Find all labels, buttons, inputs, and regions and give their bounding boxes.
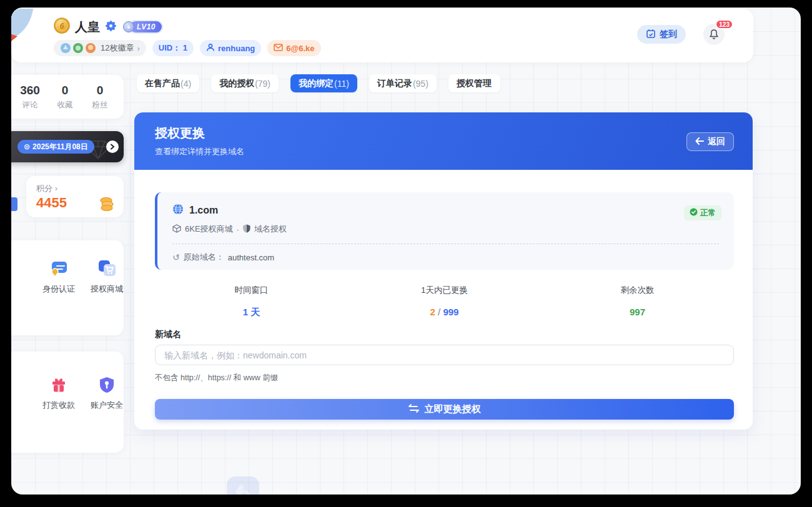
stat-remaining: 剩余次数 997 <box>541 285 734 318</box>
back-label: 返回 <box>708 136 725 147</box>
package-icon <box>172 224 181 235</box>
clock-dot-icon: ⊙ <box>24 142 30 151</box>
dashed-divider <box>172 244 719 244</box>
dot-separator: · <box>237 225 239 234</box>
swap-button-label: 立即更换授权 <box>425 403 481 415</box>
badges-pill[interactable]: 12枚徽章 › <box>54 40 146 56</box>
check-circle-icon <box>690 208 698 218</box>
flower-badge-icon <box>105 20 117 34</box>
partial-blue-chip <box>11 197 17 211</box>
panel-subtitle: 查看绑定详情并更换域名 <box>155 146 244 157</box>
level-badge: + LV10 <box>123 21 162 32</box>
uid-pill: UID： 1 <box>152 40 194 56</box>
binding-detail-card: 1.com 正常 6KE授权商城 · 域名授权 <box>155 192 734 270</box>
notification-area: 123 <box>703 24 725 45</box>
panel-header: 授权更换 查看绑定详情并更换域名 返回 <box>134 112 753 170</box>
id-card-icon <box>49 259 68 278</box>
shield-icon <box>243 224 250 235</box>
bound-domain: 1.com <box>189 205 218 216</box>
status-label: 正常 <box>700 208 716 219</box>
domain-input-hint: 不包含 http://、https:// 和 www 前缀 <box>155 373 278 383</box>
back-button[interactable]: 返回 <box>686 132 734 151</box>
envelope-icon <box>274 44 283 53</box>
points-chevron-icon: › <box>55 184 57 193</box>
points-header: 积分 › <box>36 183 57 194</box>
points-value: 4455 <box>36 195 67 211</box>
panel-title: 授权更换 <box>155 125 205 142</box>
tab-auth-management[interactable]: 授权管理 <box>448 74 500 92</box>
new-domain-label: 新域名 <box>155 329 181 340</box>
corner-avatar-image <box>11 9 42 46</box>
brand-watermark-logo <box>227 476 259 495</box>
date-label: 2025年11月08日 <box>32 142 88 152</box>
sidebar-menu-card-2: 料 打赏收款 账户安全 <box>11 352 124 453</box>
profile-header-card: 6 人皇 + LV10 <box>11 9 753 62</box>
tab-my-authorizations[interactable]: 我的授权(79) <box>211 74 279 92</box>
status-badge: 正常 <box>684 205 721 220</box>
tab-products-on-sale[interactable]: 在售产品(4) <box>137 74 199 92</box>
history-icon: ↺ <box>172 252 180 262</box>
points-label: 积分 <box>36 184 52 193</box>
calendar-check-icon <box>646 29 656 41</box>
mini-badge-icons <box>60 42 97 54</box>
svg-text:6: 6 <box>60 22 64 31</box>
person-icon <box>206 43 215 54</box>
transfer-arrows-icon <box>408 404 419 415</box>
menu-item-account-security[interactable]: 账户安全 <box>86 375 127 411</box>
menu-item-reward-collection[interactable]: 打赏收款 <box>38 375 79 411</box>
globe-icon <box>172 204 184 217</box>
level-label: LV10 <box>130 21 162 32</box>
date-pill: ⊙ 2025年11月08日 <box>17 140 94 154</box>
cart-icon <box>97 259 116 278</box>
menu-item-auth-mall[interactable]: 授权商城 <box>86 259 127 295</box>
auth-type-label: 域名授权 <box>254 224 287 235</box>
app-viewport: 6 人皇 + LV10 <box>11 7 801 495</box>
account-name: renhuang <box>218 44 255 53</box>
date-banner-card: ⊙ 2025年11月08日 <box>11 131 124 162</box>
email-address: 6@6.ke <box>286 44 314 53</box>
tab-my-bindings[interactable]: 我的绑定(11) <box>290 74 357 92</box>
swap-authorization-button[interactable]: 立即更换授权 <box>155 399 734 420</box>
source-mall-label: 6KE授权商城 <box>185 224 233 235</box>
level-medal-icon: + <box>123 21 134 32</box>
date-next-arrow-button[interactable] <box>106 140 119 153</box>
content-tabs: 在售产品(4) 我的授权(79) 我的绑定(11) 订单记录(95) 授权管理 <box>137 74 500 92</box>
bell-icon <box>708 29 720 40</box>
new-domain-input[interactable] <box>155 345 734 365</box>
sidebar-menu-card-1: 级 身份认证 <box>11 240 124 335</box>
points-card[interactable]: 积分 › 4455 <box>26 176 124 217</box>
gift-icon <box>49 375 68 394</box>
tab-order-records[interactable]: 订单记录(95) <box>369 74 437 92</box>
shield-key-icon <box>97 375 116 394</box>
original-domain-value: authtest.com <box>228 253 274 262</box>
profile-stats-card: 360 评论 0 收藏 0 粉丝 <box>11 75 124 119</box>
chevron-right-icon: › <box>137 44 139 53</box>
checkin-button[interactable]: 签到 <box>637 25 686 44</box>
account-pill[interactable]: renhuang <box>200 40 261 56</box>
binding-stats-row: 时间窗口 1 天 1天内已更换 2 / 999 剩余次数 997 <box>155 285 734 318</box>
badges-count-label: 12枚徽章 <box>101 42 134 54</box>
stat-favorites: 0 收藏 <box>47 84 82 111</box>
auth-swap-panel: 授权更换 查看绑定详情并更换域名 返回 <box>134 112 753 430</box>
stat-swaps-used: 1天内已更换 2 / 999 <box>348 285 541 318</box>
stat-comments: 360 评论 <box>12 84 47 111</box>
user-coin-avatar[interactable]: 6 <box>54 17 70 36</box>
username: 人皇 <box>75 19 100 36</box>
stat-followers: 0 粉丝 <box>82 84 117 111</box>
coins-icon <box>99 196 116 215</box>
menu-item-identity-verification[interactable]: 身份认证 <box>38 259 79 295</box>
original-domain-label: 原始域名： <box>184 252 224 263</box>
stat-time-window: 时间窗口 1 天 <box>155 285 348 318</box>
checkin-label: 签到 <box>660 29 677 40</box>
back-arrow-icon <box>695 137 704 147</box>
email-pill[interactable]: 6@6.ke <box>267 40 320 56</box>
notification-count-badge: 123 <box>715 19 733 29</box>
